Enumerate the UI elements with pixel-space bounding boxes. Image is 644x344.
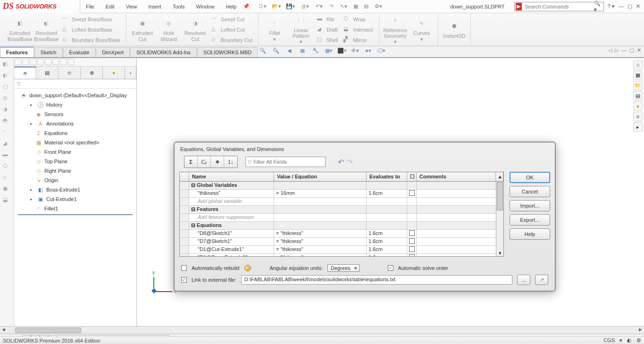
tree-front-plane[interactable]: ◇Front Plane [15, 147, 135, 157]
swept-cut-button[interactable]: 〰Swept Cut [210, 15, 253, 24]
search-input[interactable] [523, 4, 592, 9]
boundary-cut-button[interactable]: ◇Boundary Cut [210, 35, 253, 45]
col-name[interactable]: Name [189, 172, 274, 181]
row-checkbox[interactable] [409, 246, 415, 252]
ok-button[interactable]: OK [510, 172, 550, 183]
tree-history[interactable]: ▸🕓History [15, 100, 135, 109]
pb1[interactable] [15, 59, 21, 65]
rs-explorer-icon[interactable]: 📁 [633, 81, 643, 90]
dialog-redo-button[interactable]: ↷ [347, 158, 353, 167]
panel-tab-prop[interactable]: ▤ [36, 67, 59, 79]
save-dropdown[interactable]: 💾▾ [284, 2, 297, 11]
dialog-filter[interactable]: ▽ [245, 157, 326, 167]
section-equations[interactable]: ⊟ Equations [180, 222, 503, 230]
redo-button[interactable]: ↷ [327, 2, 335, 11]
linear-pattern-button[interactable]: ⋮⋮Linear Pattern▾ [288, 15, 314, 45]
ls-icon-5[interactable]: ◑ [3, 106, 11, 115]
doc-max-icon[interactable]: ▢ [629, 47, 634, 53]
expand-icon[interactable]: ▸ [30, 121, 35, 126]
export-button[interactable]: Export... [510, 214, 550, 226]
row-thikness[interactable]: "thikness"= 16mm1.6cm [180, 190, 503, 198]
tree-boss-extrude[interactable]: ▸◧Boss-Extrude1 [15, 185, 135, 194]
menu-file[interactable]: File [80, 4, 100, 9]
revolved-cut-button[interactable]: ◑Revolved Cut [182, 15, 209, 45]
pb8[interactable] [67, 59, 74, 65]
search-commands[interactable]: ▶ 🔍▾ [514, 2, 604, 11]
rs-home-icon[interactable]: ⌂ [633, 60, 643, 69]
pb2[interactable] [22, 59, 29, 65]
eqview-ordered-button[interactable]: ❖ [211, 156, 224, 168]
tab-features[interactable]: Features [0, 47, 34, 57]
status-icon-1[interactable]: ◐ [627, 337, 632, 344]
pb6[interactable] [52, 59, 59, 65]
panel-tab-disp[interactable]: ● [103, 67, 125, 79]
eqview-sort-button[interactable]: 1↓ [224, 156, 237, 168]
panel-tab-config[interactable]: ⎋ [59, 67, 81, 79]
rs-appear-icon[interactable]: ● [633, 101, 643, 111]
angular-units-combo[interactable]: Degrees [327, 264, 360, 272]
doc-prev-icon[interactable]: ◁ [608, 47, 612, 53]
row-eq-d1bossextrude[interactable]: "D1@Boss-Extrude1"= "thikness"1.6cm [180, 254, 503, 256]
view-orient-icon[interactable]: 🔧 [310, 45, 321, 56]
section-features[interactable]: ⊟ Features [180, 206, 503, 214]
tree-root[interactable]: ⬘down_support (Default<<Default>_Display [15, 91, 135, 100]
row-eq-d1cutextrude[interactable]: "D1@Cut-Extrude1"= "thikness"1.6cm [180, 246, 503, 254]
fillet-button[interactable]: ◜Fillet▾ [261, 15, 288, 45]
instant3d-button[interactable]: ⬢Instant3D [441, 15, 468, 45]
shell-button[interactable]: ▢Shell [316, 35, 339, 45]
options-button[interactable]: ▤ [362, 2, 370, 11]
close-icon[interactable]: ✕ [636, 3, 640, 9]
doc-next-icon[interactable]: ▷ [615, 47, 619, 53]
col-value[interactable]: Value / Equation [274, 172, 367, 181]
tree-fillet[interactable]: ◜Fillet1 [15, 204, 135, 213]
auto-solve-checkbox[interactable]: ✓ [388, 265, 393, 271]
draft-button[interactable]: ◢Draft [316, 25, 339, 34]
ls-icon-1[interactable]: ◧ [3, 61, 11, 69]
open-dropdown[interactable]: 📂▾ [270, 2, 283, 11]
panel-tab-more[interactable]: › [125, 67, 136, 79]
intersect-button[interactable]: ⬓Intersect [343, 25, 374, 34]
new-dropdown[interactable]: 🗋▾ [256, 2, 268, 11]
row-eq-d8sketch1[interactable]: "D8@Sketch1"= "thikness"1.6cm [180, 230, 503, 238]
filter-input[interactable] [253, 159, 325, 165]
col-comments[interactable]: Comments [417, 172, 496, 181]
expand-icon[interactable]: ▸ [30, 197, 35, 201]
import-button[interactable]: Import... [510, 200, 550, 211]
swept-boss-button[interactable]: 〰Swept Boss/Base [61, 15, 121, 24]
status-units[interactable]: CGS [603, 337, 615, 344]
ls-icon-8[interactable]: ◢ [3, 140, 11, 149]
cancel-button[interactable]: Cancel [510, 186, 550, 197]
apply-scene-icon[interactable]: ●▾ [363, 45, 374, 56]
section-view-icon[interactable]: ▦ [297, 45, 308, 56]
search-icon[interactable]: 🔍▾ [594, 0, 602, 13]
scroll-thumb[interactable] [15, 327, 81, 333]
ls-icon-2[interactable]: ◐ [3, 72, 11, 81]
tree-cut-extrude[interactable]: ▸▣Cut-Extrude1 [15, 194, 135, 204]
menu-tools[interactable]: Tools [167, 4, 191, 9]
lofted-cut-button[interactable]: △Lofted Cut [210, 25, 253, 34]
row-checkbox[interactable] [409, 254, 415, 256]
select-dropdown[interactable]: ↖▾ [337, 2, 350, 11]
pb3[interactable] [30, 59, 36, 65]
help-button[interactable]: Help [510, 228, 550, 240]
edit-appearance-icon[interactable]: 👁▾ [350, 45, 360, 56]
horizontal-scrollbar[interactable]: ◄ ► [0, 326, 644, 334]
rs-view-icon[interactable]: ▤ [633, 91, 643, 101]
expand-icon[interactable]: ▸ [30, 187, 35, 192]
col-index[interactable] [180, 172, 189, 181]
ls-icon-13[interactable]: ⬓ [3, 197, 11, 205]
revolved-boss-button[interactable]: ◐Revolved Boss/Base [33, 15, 59, 45]
ls-icon-6[interactable]: ◓ [3, 117, 11, 126]
dialog-undo-button[interactable]: ↶ [338, 158, 344, 167]
print-dropdown[interactable]: 🖨▾ [299, 2, 311, 11]
tab-dimxpert[interactable]: DimXpert [96, 47, 130, 57]
tree-sensors[interactable]: ◉Sensors [15, 109, 135, 119]
wrap-button[interactable]: ⬡Wrap [343, 15, 374, 24]
grid-scroll-thumb[interactable] [497, 182, 503, 210]
tree-top-plane[interactable]: ◇Top Plane [15, 157, 135, 166]
curves-button[interactable]: ∿Curves▾ [409, 15, 435, 45]
help-icon[interactable]: ? ▾ [608, 3, 615, 9]
ls-icon-3[interactable]: ▢ [3, 84, 11, 92]
hide-show-icon[interactable]: ⬛▾ [337, 45, 347, 56]
expand-icon[interactable]: ▸ [30, 102, 35, 107]
